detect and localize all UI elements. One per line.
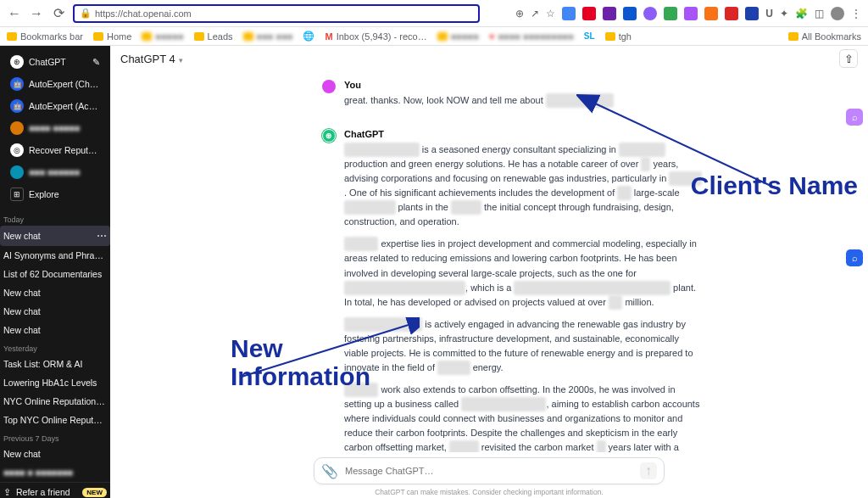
bookmark-tgh[interactable]: tgh: [605, 31, 632, 42]
history-item[interactable]: Task List: ORM & AI: [0, 355, 110, 373]
sidebar: ⊛ ChatGPT ✎ 🤖AutoExpert (Chat) 🤖AutoExpe…: [0, 46, 110, 498]
refer-icon: ⇪: [3, 487, 11, 497]
bookmark-globe[interactable]: 🌐: [303, 31, 314, 42]
main-panel: ChatGPT 4▾ ⇧ You great. thanks. Now, loo…: [110, 46, 868, 498]
history-new-chat-active[interactable]: New chat⋯: [0, 226, 110, 246]
bookmark-home[interactable]: Home: [93, 31, 131, 42]
user-message: You great. thanks. Now, look NOW and tel…: [322, 78, 704, 115]
chat-options-icon[interactable]: ⋯: [97, 230, 107, 242]
section-yesterday: Yesterday: [0, 339, 110, 355]
bookmark-blur-3[interactable]: ■■■■■: [437, 31, 479, 42]
browser-menu-icon[interactable]: ⋮: [851, 8, 861, 20]
assistant-message: ⊛ ChatGPT Xxxxxxx X Xxxxxx is a seasoned…: [322, 127, 704, 452]
new-badge: NEW: [82, 488, 107, 497]
sidebar-explore[interactable]: ⊞Explore: [7, 183, 103, 205]
ext-icon-5[interactable]: [664, 7, 677, 20]
refer-friend-button[interactable]: ⇪ Refer a friend NEW: [0, 483, 110, 498]
ext-u-icon[interactable]: U: [765, 8, 773, 20]
history-item[interactable]: Top NYC Online Reputation Firms: [0, 411, 110, 429]
message-input[interactable]: [345, 466, 633, 476]
share-icon[interactable]: ↗: [531, 8, 539, 20]
disclaimer-text: ChatGPT can make mistakes. Consider chec…: [110, 488, 868, 498]
history-item[interactable]: AI Synonyms and Phrases: [0, 246, 110, 265]
ext-icon-3[interactable]: [623, 7, 637, 20]
back-button[interactable]: ←: [7, 6, 22, 21]
sidebar-autoexpert-academic[interactable]: 🤖AutoExpert (Academic): [7, 95, 103, 117]
chatgpt-avatar-icon: ⊛: [322, 129, 336, 143]
star-icon[interactable]: ☆: [546, 8, 555, 20]
history-item[interactable]: New chat: [0, 445, 110, 463]
section-prev7: Previous 7 Days: [0, 429, 110, 445]
chevron-down-icon: ▾: [179, 56, 183, 64]
history-item[interactable]: New chat: [0, 302, 110, 321]
assistant-name: ChatGPT: [344, 127, 704, 142]
search-icon[interactable]: ⊕: [515, 8, 524, 20]
history-item[interactable]: ■■■■ ■ ■■■■■■■: [0, 463, 110, 482]
extensions-icon[interactable]: ✦: [780, 8, 788, 20]
bookmark-leads[interactable]: Leads: [194, 31, 233, 42]
message-input-box[interactable]: 📎 ↑: [314, 457, 665, 484]
ext-icon-8[interactable]: [725, 7, 738, 20]
address-bar[interactable]: 🔒 https://chat.openai.com: [73, 4, 480, 23]
send-button[interactable]: ↑: [640, 462, 657, 479]
arrow-up-icon: ↑: [645, 463, 652, 478]
ext-pinterest-icon[interactable]: [582, 7, 596, 20]
bookmarks-bar-folder[interactable]: Bookmarks bar: [7, 31, 83, 42]
lock-icon: 🔒: [80, 8, 92, 19]
bookmark-blur-4[interactable]: ♥■■■■ ■■■■■■■■■: [489, 31, 574, 42]
sidebar-chatgpt[interactable]: ⊛ ChatGPT ✎: [7, 51, 103, 73]
chatgpt-icon: ⊛: [10, 55, 24, 69]
bookmark-all[interactable]: All Bookmarks: [788, 31, 861, 42]
grid-icon: ⊞: [10, 187, 24, 201]
ext-icon-2[interactable]: [603, 7, 616, 20]
model-selector[interactable]: ChatGPT 4▾: [120, 53, 183, 65]
bookmark-blur-2[interactable]: ■■■ ■■■: [243, 31, 293, 42]
toolbar-icons: ⊕ ↗ ☆ U ✦ 🧩 ◫ ⋮: [515, 7, 861, 20]
history-item[interactable]: New chat: [0, 283, 110, 302]
user-avatar-icon: [322, 80, 336, 93]
history-item[interactable]: List of 62 Documentaries: [0, 265, 110, 283]
globe-icon: 🌐: [303, 31, 314, 42]
gmail-icon: M: [325, 31, 332, 42]
side-panel-icon[interactable]: ◫: [815, 8, 824, 20]
input-row: 📎 ↑: [110, 452, 868, 488]
browser-toolbar: ← → ⟳ 🔒 https://chat.openai.com ⊕ ↗ ☆ U …: [0, 0, 868, 27]
bookmark-blur-1[interactable]: ■■■■■: [142, 31, 183, 42]
ext-icon-1[interactable]: [562, 7, 576, 20]
sidebar-recover-reputation[interactable]: ◎Recover Reputation, O…: [7, 139, 103, 161]
app-container: ⊛ ChatGPT ✎ 🤖AutoExpert (Chat) 🤖AutoExpe…: [0, 46, 868, 498]
ext-icon-6[interactable]: [684, 7, 698, 20]
bookmark-inbox[interactable]: MInbox (5,943) - reco…: [325, 31, 426, 42]
reload-button[interactable]: ⟳: [51, 6, 66, 21]
sidebar-gpt-blur-1[interactable]: ■■■■ ■■■■■: [7, 117, 103, 139]
forward-button[interactable]: →: [29, 6, 44, 21]
ext-icon-9[interactable]: [745, 7, 759, 20]
user-name: You: [344, 78, 614, 92]
history-item[interactable]: NYC Online Reputation Manager: [0, 392, 110, 411]
sidebar-autoexpert-chat[interactable]: 🤖AutoExpert (Chat): [7, 73, 103, 95]
profile-avatar[interactable]: [831, 7, 844, 20]
new-chat-icon[interactable]: ✎: [92, 57, 100, 67]
bookmarks-bar: Bookmarks bar Home ■■■■■ Leads ■■■ ■■■ 🌐…: [0, 27, 868, 46]
history-item[interactable]: Lowering HbA1c Levels: [0, 373, 110, 392]
attach-icon[interactable]: 📎: [321, 463, 338, 479]
share-button[interactable]: ⇧: [839, 49, 858, 68]
floating-tool-blue[interactable]: ⌕: [846, 249, 863, 266]
ext-icon-7[interactable]: [704, 7, 718, 20]
section-today: Today: [0, 210, 110, 226]
ext-icon-4[interactable]: [643, 7, 657, 20]
history-item[interactable]: New chat: [0, 321, 110, 339]
main-header: ChatGPT 4▾ ⇧: [110, 46, 868, 71]
url-text: https://chat.openai.com: [95, 8, 192, 19]
chat-scroll[interactable]: You great. thanks. Now, look NOW and tel…: [110, 71, 868, 452]
extensions-puzzle-icon[interactable]: 🧩: [795, 8, 808, 20]
upload-icon: ⇧: [844, 53, 854, 65]
bookmark-sl[interactable]: SL: [584, 31, 595, 41]
sidebar-gpt-blur-2[interactable]: ■■■ ■■■■■■: [7, 161, 103, 183]
floating-tool-purple[interactable]: ⌕: [846, 109, 863, 126]
